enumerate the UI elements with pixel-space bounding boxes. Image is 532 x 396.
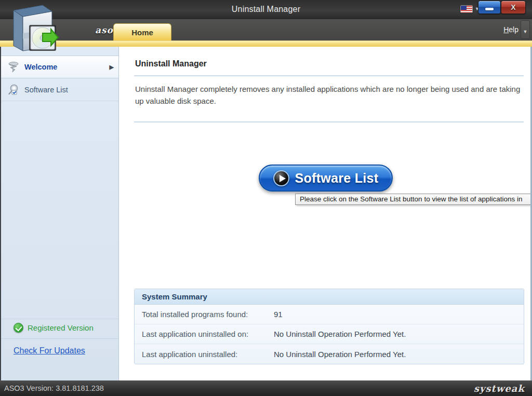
help-button[interactable]: Help [503,25,518,34]
divider [134,75,524,76]
summary-row-label: Last application uninstalled on: [135,330,274,338]
software-box-icon [2,1,63,54]
registered-version-label: Registered Version [28,323,94,332]
close-icon: X [511,3,515,11]
sidebar-item-label: Software List [24,86,68,94]
summary-row-value: No Uninstall Operation Performed Yet. [274,350,406,359]
divider [134,121,524,122]
version-text: ASO3 Version: 3.81.8181.238 [4,384,104,392]
chevron-down-icon: ▼ [523,29,528,34]
systweak-logo: systweak [474,383,525,394]
tab-home[interactable]: Home [113,23,171,40]
check-for-updates-link[interactable]: Check For Updates [14,346,85,356]
summary-row-value: No Uninstall Operation Performed Yet. [274,330,406,338]
gold-accent-stripe [0,40,532,47]
content-area: Welcome ▶ Software List Registere [0,47,532,380]
uninstall-manager-window: Uninstall Manager ▼ X aso Home Help ▼ [0,0,532,396]
sidebar-item-welcome[interactable]: Welcome ▶ [0,56,118,78]
summary-row-value: 91 [274,310,283,319]
system-summary-title: System Summary [135,289,524,305]
sidebar-divider [0,338,118,339]
sidebar-item-label: Welcome [24,63,57,71]
page-title: Uninstall Manager [135,59,207,69]
summary-row-last-uninstalled: Last application uninstalled: No Uninsta… [135,344,524,364]
system-summary-panel: System Summary Total installed programs … [134,289,524,364]
sidebar-item-software-list[interactable]: Software List [0,78,118,101]
window-title: Uninstall Manager [0,5,532,14]
registered-version-badge: Registered Version [0,319,118,336]
tab-bar: aso Home Help ▼ [0,19,532,40]
page-description: Uninstall Manager completely removes any… [135,83,522,107]
titlebar: Uninstall Manager ▼ X [0,0,532,19]
check-circle-icon [14,323,23,333]
search-list-icon [7,84,20,96]
sidebar: Welcome ▶ Software List Registere [0,47,119,380]
close-button[interactable]: X [501,1,526,14]
status-bar: ASO3 Version: 3.81.8181.238 systweak [0,380,532,396]
help-dropdown-button[interactable]: ▼ [521,20,530,39]
summary-row-total-programs: Total installed programs found: 91 [135,305,524,324]
play-icon [273,170,289,186]
software-list-button-label: Software List [295,171,379,186]
window-left-edge [0,47,1,380]
summary-row-label: Total installed programs found: [135,310,274,319]
aso-logo: aso [95,25,113,35]
summary-row-label: Last application uninstalled: [135,350,274,359]
chevron-right-icon: ▶ [110,64,114,71]
tab-home-label: Home [131,28,153,37]
minimize-button[interactable] [478,1,501,14]
software-list-tooltip: Please click on the Software List button… [295,194,532,205]
tornado-icon [7,61,20,73]
software-list-button[interactable]: Software List [259,165,393,192]
us-flag-icon [460,5,473,13]
main-pane: Uninstall Manager Uninstall Manager comp… [119,47,532,380]
minimize-icon [485,8,494,10]
summary-row-last-uninstalled-on: Last application uninstalled on: No Unin… [135,324,524,344]
